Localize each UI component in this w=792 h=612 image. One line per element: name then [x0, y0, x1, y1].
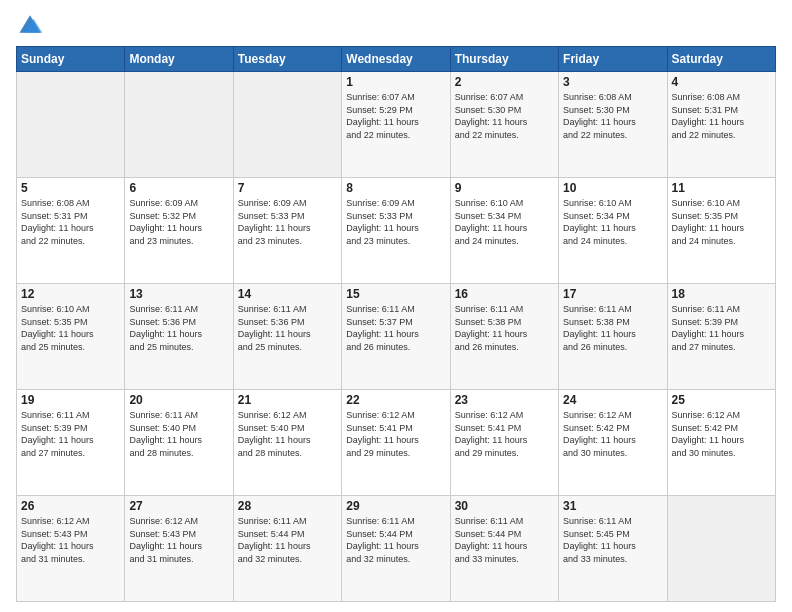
- day-header-monday: Monday: [125, 47, 233, 72]
- day-cell: 8 Sunrise: 6:09 AM Sunset: 5:33 PM Dayli…: [342, 178, 450, 284]
- day-info: Sunrise: 6:09 AM Sunset: 5:33 PM Dayligh…: [238, 197, 337, 247]
- day-cell: 27 Sunrise: 6:12 AM Sunset: 5:43 PM Dayl…: [125, 496, 233, 602]
- day-number: 6: [129, 181, 228, 195]
- week-row-2: 12 Sunrise: 6:10 AM Sunset: 5:35 PM Dayl…: [17, 284, 776, 390]
- header: [16, 10, 776, 38]
- day-number: 8: [346, 181, 445, 195]
- day-info: Sunrise: 6:11 AM Sunset: 5:44 PM Dayligh…: [238, 515, 337, 565]
- day-cell: 3 Sunrise: 6:08 AM Sunset: 5:30 PM Dayli…: [559, 72, 667, 178]
- day-number: 29: [346, 499, 445, 513]
- day-info: Sunrise: 6:12 AM Sunset: 5:41 PM Dayligh…: [455, 409, 554, 459]
- day-cell: 19 Sunrise: 6:11 AM Sunset: 5:39 PM Dayl…: [17, 390, 125, 496]
- day-number: 11: [672, 181, 771, 195]
- day-info: Sunrise: 6:12 AM Sunset: 5:42 PM Dayligh…: [672, 409, 771, 459]
- day-info: Sunrise: 6:11 AM Sunset: 5:44 PM Dayligh…: [455, 515, 554, 565]
- day-cell: 25 Sunrise: 6:12 AM Sunset: 5:42 PM Dayl…: [667, 390, 775, 496]
- day-number: 14: [238, 287, 337, 301]
- day-info: Sunrise: 6:11 AM Sunset: 5:38 PM Dayligh…: [563, 303, 662, 353]
- day-header-sunday: Sunday: [17, 47, 125, 72]
- day-cell: 18 Sunrise: 6:11 AM Sunset: 5:39 PM Dayl…: [667, 284, 775, 390]
- day-info: Sunrise: 6:11 AM Sunset: 5:36 PM Dayligh…: [238, 303, 337, 353]
- day-info: Sunrise: 6:11 AM Sunset: 5:38 PM Dayligh…: [455, 303, 554, 353]
- day-number: 10: [563, 181, 662, 195]
- day-header-tuesday: Tuesday: [233, 47, 341, 72]
- day-number: 17: [563, 287, 662, 301]
- day-info: Sunrise: 6:07 AM Sunset: 5:30 PM Dayligh…: [455, 91, 554, 141]
- day-header-thursday: Thursday: [450, 47, 558, 72]
- day-number: 18: [672, 287, 771, 301]
- day-cell: 30 Sunrise: 6:11 AM Sunset: 5:44 PM Dayl…: [450, 496, 558, 602]
- week-row-3: 19 Sunrise: 6:11 AM Sunset: 5:39 PM Dayl…: [17, 390, 776, 496]
- day-cell: 17 Sunrise: 6:11 AM Sunset: 5:38 PM Dayl…: [559, 284, 667, 390]
- day-number: 23: [455, 393, 554, 407]
- day-header-friday: Friday: [559, 47, 667, 72]
- day-info: Sunrise: 6:10 AM Sunset: 5:34 PM Dayligh…: [455, 197, 554, 247]
- day-cell: 24 Sunrise: 6:12 AM Sunset: 5:42 PM Dayl…: [559, 390, 667, 496]
- day-number: 24: [563, 393, 662, 407]
- day-info: Sunrise: 6:08 AM Sunset: 5:30 PM Dayligh…: [563, 91, 662, 141]
- day-info: Sunrise: 6:12 AM Sunset: 5:43 PM Dayligh…: [129, 515, 228, 565]
- day-number: 22: [346, 393, 445, 407]
- day-info: Sunrise: 6:07 AM Sunset: 5:29 PM Dayligh…: [346, 91, 445, 141]
- day-cell: 28 Sunrise: 6:11 AM Sunset: 5:44 PM Dayl…: [233, 496, 341, 602]
- day-cell: [667, 496, 775, 602]
- day-info: Sunrise: 6:11 AM Sunset: 5:45 PM Dayligh…: [563, 515, 662, 565]
- day-number: 2: [455, 75, 554, 89]
- day-number: 3: [563, 75, 662, 89]
- day-number: 15: [346, 287, 445, 301]
- day-cell: [233, 72, 341, 178]
- day-number: 27: [129, 499, 228, 513]
- day-cell: 26 Sunrise: 6:12 AM Sunset: 5:43 PM Dayl…: [17, 496, 125, 602]
- day-number: 20: [129, 393, 228, 407]
- day-info: Sunrise: 6:12 AM Sunset: 5:42 PM Dayligh…: [563, 409, 662, 459]
- day-info: Sunrise: 6:11 AM Sunset: 5:39 PM Dayligh…: [672, 303, 771, 353]
- day-info: Sunrise: 6:10 AM Sunset: 5:35 PM Dayligh…: [672, 197, 771, 247]
- day-cell: 2 Sunrise: 6:07 AM Sunset: 5:30 PM Dayli…: [450, 72, 558, 178]
- day-info: Sunrise: 6:08 AM Sunset: 5:31 PM Dayligh…: [672, 91, 771, 141]
- day-info: Sunrise: 6:11 AM Sunset: 5:39 PM Dayligh…: [21, 409, 120, 459]
- day-cell: [17, 72, 125, 178]
- day-cell: 10 Sunrise: 6:10 AM Sunset: 5:34 PM Dayl…: [559, 178, 667, 284]
- day-number: 16: [455, 287, 554, 301]
- week-row-4: 26 Sunrise: 6:12 AM Sunset: 5:43 PM Dayl…: [17, 496, 776, 602]
- day-info: Sunrise: 6:08 AM Sunset: 5:31 PM Dayligh…: [21, 197, 120, 247]
- day-number: 31: [563, 499, 662, 513]
- day-info: Sunrise: 6:11 AM Sunset: 5:44 PM Dayligh…: [346, 515, 445, 565]
- day-number: 5: [21, 181, 120, 195]
- calendar-body: 1 Sunrise: 6:07 AM Sunset: 5:29 PM Dayli…: [17, 72, 776, 602]
- day-cell: 5 Sunrise: 6:08 AM Sunset: 5:31 PM Dayli…: [17, 178, 125, 284]
- day-cell: 4 Sunrise: 6:08 AM Sunset: 5:31 PM Dayli…: [667, 72, 775, 178]
- calendar: SundayMondayTuesdayWednesdayThursdayFrid…: [16, 46, 776, 602]
- day-info: Sunrise: 6:12 AM Sunset: 5:41 PM Dayligh…: [346, 409, 445, 459]
- week-row-1: 5 Sunrise: 6:08 AM Sunset: 5:31 PM Dayli…: [17, 178, 776, 284]
- day-info: Sunrise: 6:11 AM Sunset: 5:36 PM Dayligh…: [129, 303, 228, 353]
- day-cell: 22 Sunrise: 6:12 AM Sunset: 5:41 PM Dayl…: [342, 390, 450, 496]
- day-number: 13: [129, 287, 228, 301]
- day-cell: 11 Sunrise: 6:10 AM Sunset: 5:35 PM Dayl…: [667, 178, 775, 284]
- day-cell: 31 Sunrise: 6:11 AM Sunset: 5:45 PM Dayl…: [559, 496, 667, 602]
- day-number: 28: [238, 499, 337, 513]
- day-cell: 14 Sunrise: 6:11 AM Sunset: 5:36 PM Dayl…: [233, 284, 341, 390]
- day-number: 30: [455, 499, 554, 513]
- day-cell: 21 Sunrise: 6:12 AM Sunset: 5:40 PM Dayl…: [233, 390, 341, 496]
- day-number: 4: [672, 75, 771, 89]
- day-cell: 16 Sunrise: 6:11 AM Sunset: 5:38 PM Dayl…: [450, 284, 558, 390]
- day-number: 25: [672, 393, 771, 407]
- day-header-wednesday: Wednesday: [342, 47, 450, 72]
- week-row-0: 1 Sunrise: 6:07 AM Sunset: 5:29 PM Dayli…: [17, 72, 776, 178]
- logo: [16, 10, 48, 38]
- day-cell: 7 Sunrise: 6:09 AM Sunset: 5:33 PM Dayli…: [233, 178, 341, 284]
- day-cell: 13 Sunrise: 6:11 AM Sunset: 5:36 PM Dayl…: [125, 284, 233, 390]
- day-number: 12: [21, 287, 120, 301]
- logo-icon: [16, 10, 44, 38]
- day-header-saturday: Saturday: [667, 47, 775, 72]
- day-number: 21: [238, 393, 337, 407]
- day-info: Sunrise: 6:11 AM Sunset: 5:40 PM Dayligh…: [129, 409, 228, 459]
- day-cell: 23 Sunrise: 6:12 AM Sunset: 5:41 PM Dayl…: [450, 390, 558, 496]
- calendar-header: SundayMondayTuesdayWednesdayThursdayFrid…: [17, 47, 776, 72]
- header-row: SundayMondayTuesdayWednesdayThursdayFrid…: [17, 47, 776, 72]
- day-info: Sunrise: 6:09 AM Sunset: 5:33 PM Dayligh…: [346, 197, 445, 247]
- day-number: 9: [455, 181, 554, 195]
- day-number: 7: [238, 181, 337, 195]
- day-info: Sunrise: 6:10 AM Sunset: 5:34 PM Dayligh…: [563, 197, 662, 247]
